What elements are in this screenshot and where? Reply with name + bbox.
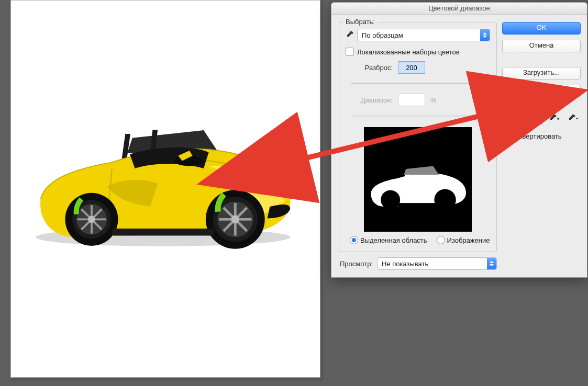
invert-checkbox-label: Инвертировать bbox=[514, 132, 562, 140]
document-window bbox=[10, 0, 320, 378]
fuzziness-label: Разброс: bbox=[346, 64, 393, 72]
select-method-value: По образцам bbox=[358, 31, 480, 39]
selection-preview bbox=[364, 127, 472, 232]
eyedropper-plus-icon bbox=[550, 114, 559, 122]
color-range-dialog: Цветовой диапазон Выбрать: По образцам bbox=[331, 2, 587, 278]
eyedropper-minus-icon bbox=[569, 114, 578, 122]
load-button[interactable]: Загрузить... bbox=[502, 67, 581, 80]
document-canvas[interactable] bbox=[15, 5, 316, 373]
svg-point-25 bbox=[434, 189, 456, 210]
svg-rect-1 bbox=[122, 134, 130, 158]
dropdown-stepper-icon bbox=[487, 258, 496, 269]
localized-checkbox-label: Локализованные наборы цветов bbox=[357, 48, 460, 56]
radio-selection-dot bbox=[350, 236, 358, 244]
eyedropper-mini-icon bbox=[346, 31, 354, 39]
svg-point-21 bbox=[231, 215, 240, 224]
range-unit: % bbox=[430, 96, 437, 104]
radio-selection[interactable]: Выделенная область bbox=[350, 236, 427, 244]
workspace: Цветовой диапазон Выбрать: По образцам bbox=[0, 0, 588, 386]
svg-point-24 bbox=[381, 190, 400, 210]
select-label: Выбрать: bbox=[343, 18, 377, 26]
range-label: Диапазон: bbox=[346, 96, 393, 104]
save-button[interactable]: Сохранить... bbox=[502, 85, 581, 97]
range-slider bbox=[351, 109, 485, 122]
svg-rect-22 bbox=[112, 229, 214, 236]
invert-checkbox-row[interactable]: Инвертировать bbox=[502, 132, 581, 140]
fuzziness-slider-thumb[interactable] bbox=[475, 79, 485, 88]
radio-image[interactable]: Изображение bbox=[437, 236, 490, 244]
fuzziness-slider[interactable] bbox=[351, 77, 485, 89]
dropdown-stepper-icon bbox=[480, 29, 490, 41]
ok-button[interactable]: OK bbox=[502, 22, 581, 35]
preview-mode-dropdown[interactable]: Не показывать bbox=[377, 257, 497, 270]
preview-mode-value: Не показывать bbox=[378, 260, 487, 268]
select-method-dropdown[interactable]: По образцам bbox=[357, 29, 490, 41]
selection-fieldset: Выбрать: По образцам Локализованны bbox=[339, 22, 497, 252]
eyedropper-add-tool[interactable] bbox=[547, 112, 562, 124]
cancel-button[interactable]: Отмена bbox=[502, 40, 581, 52]
eyedropper-subtract-tool[interactable] bbox=[566, 112, 581, 124]
localized-checkbox[interactable] bbox=[346, 48, 354, 56]
preview-mode-label: Просмотр: bbox=[340, 260, 373, 268]
dialog-title: Цветовой диапазон bbox=[331, 3, 587, 15]
svg-point-13 bbox=[88, 216, 95, 223]
invert-checkbox[interactable] bbox=[502, 132, 511, 140]
svg-rect-26 bbox=[398, 203, 437, 207]
radio-image-dot bbox=[437, 236, 445, 244]
eyedropper-tool[interactable] bbox=[528, 112, 543, 124]
range-input bbox=[398, 94, 425, 106]
localized-checkbox-row[interactable]: Локализованные наборы цветов bbox=[346, 48, 490, 56]
eyedropper-icon bbox=[531, 114, 540, 122]
fuzziness-input[interactable] bbox=[398, 61, 425, 74]
car-image bbox=[15, 5, 316, 373]
